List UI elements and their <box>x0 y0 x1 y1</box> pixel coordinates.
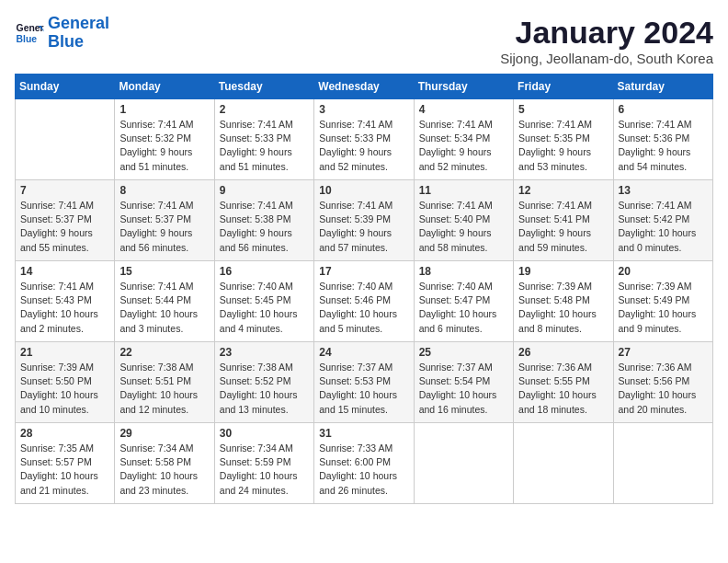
cell-content: Sunrise: 7:34 AM Sunset: 5:58 PM Dayligh… <box>119 442 209 498</box>
day-number: 6 <box>619 103 708 116</box>
cell-content: Sunrise: 7:41 AM Sunset: 5:41 PM Dayligh… <box>518 199 608 255</box>
week-row-1: 1Sunrise: 7:41 AM Sunset: 5:32 PM Daylig… <box>16 99 713 180</box>
day-number: 19 <box>518 265 608 278</box>
calendar-cell: 24Sunrise: 7:37 AM Sunset: 5:53 PM Dayli… <box>314 342 414 423</box>
calendar-cell <box>613 423 712 504</box>
cell-content: Sunrise: 7:41 AM Sunset: 5:43 PM Dayligh… <box>20 280 109 336</box>
day-number: 21 <box>20 346 109 359</box>
cell-content: Sunrise: 7:40 AM Sunset: 5:45 PM Dayligh… <box>220 280 309 336</box>
cell-content: Sunrise: 7:38 AM Sunset: 5:52 PM Dayligh… <box>220 361 309 417</box>
day-number: 5 <box>518 103 608 116</box>
page-header: General Blue General Blue January 2024 S… <box>15 15 713 66</box>
calendar-cell: 29Sunrise: 7:34 AM Sunset: 5:58 PM Dayli… <box>115 423 214 504</box>
day-number: 30 <box>220 427 309 440</box>
logo: General Blue General Blue <box>15 15 109 52</box>
svg-text:Blue: Blue <box>17 33 38 43</box>
cell-content: Sunrise: 7:41 AM Sunset: 5:38 PM Dayligh… <box>220 199 309 255</box>
day-number: 10 <box>319 184 408 197</box>
day-number: 24 <box>319 346 408 359</box>
cell-content: Sunrise: 7:35 AM Sunset: 5:57 PM Dayligh… <box>20 442 109 498</box>
day-number: 26 <box>518 346 608 359</box>
day-number: 18 <box>419 265 508 278</box>
calendar-cell: 14Sunrise: 7:41 AM Sunset: 5:43 PM Dayli… <box>16 261 115 342</box>
logo-icon: General Blue <box>15 18 44 48</box>
day-number: 29 <box>119 427 209 440</box>
cell-content: Sunrise: 7:41 AM Sunset: 5:36 PM Dayligh… <box>619 118 708 174</box>
calendar-cell <box>414 423 513 504</box>
day-number: 17 <box>319 265 408 278</box>
cell-content: Sunrise: 7:41 AM Sunset: 5:34 PM Dayligh… <box>419 118 508 174</box>
cell-content: Sunrise: 7:41 AM Sunset: 5:44 PM Dayligh… <box>119 280 209 336</box>
day-number: 3 <box>319 103 408 116</box>
header-sunday: Sunday <box>16 75 115 99</box>
week-row-2: 7Sunrise: 7:41 AM Sunset: 5:37 PM Daylig… <box>16 180 713 261</box>
calendar-cell: 18Sunrise: 7:40 AM Sunset: 5:47 PM Dayli… <box>414 261 513 342</box>
calendar-cell: 2Sunrise: 7:41 AM Sunset: 5:33 PM Daylig… <box>214 99 313 180</box>
day-number: 8 <box>119 184 209 197</box>
cell-content: Sunrise: 7:41 AM Sunset: 5:32 PM Dayligh… <box>119 118 209 174</box>
cell-content: Sunrise: 7:36 AM Sunset: 5:55 PM Dayligh… <box>518 361 608 417</box>
header-thursday: Thursday <box>414 75 513 99</box>
cell-content: Sunrise: 7:37 AM Sunset: 5:54 PM Dayligh… <box>419 361 508 417</box>
calendar-cell: 12Sunrise: 7:41 AM Sunset: 5:41 PM Dayli… <box>514 180 613 261</box>
calendar-header-row: SundayMondayTuesdayWednesdayThursdayFrid… <box>16 75 713 99</box>
calendar-cell: 25Sunrise: 7:37 AM Sunset: 5:54 PM Dayli… <box>414 342 513 423</box>
calendar-cell: 16Sunrise: 7:40 AM Sunset: 5:45 PM Dayli… <box>214 261 313 342</box>
calendar-cell: 20Sunrise: 7:39 AM Sunset: 5:49 PM Dayli… <box>613 261 712 342</box>
day-number: 14 <box>20 265 109 278</box>
cell-content: Sunrise: 7:39 AM Sunset: 5:48 PM Dayligh… <box>518 280 608 336</box>
calendar-cell: 22Sunrise: 7:38 AM Sunset: 5:51 PM Dayli… <box>115 342 214 423</box>
calendar-cell: 8Sunrise: 7:41 AM Sunset: 5:37 PM Daylig… <box>115 180 214 261</box>
calendar-cell: 27Sunrise: 7:36 AM Sunset: 5:56 PM Dayli… <box>613 342 712 423</box>
week-row-4: 21Sunrise: 7:39 AM Sunset: 5:50 PM Dayli… <box>16 342 713 423</box>
cell-content: Sunrise: 7:33 AM Sunset: 6:00 PM Dayligh… <box>319 442 408 498</box>
header-saturday: Saturday <box>613 75 712 99</box>
cell-content: Sunrise: 7:41 AM Sunset: 5:33 PM Dayligh… <box>220 118 309 174</box>
cell-content: Sunrise: 7:40 AM Sunset: 5:46 PM Dayligh… <box>319 280 408 336</box>
cell-content: Sunrise: 7:39 AM Sunset: 5:49 PM Dayligh… <box>619 280 708 336</box>
calendar-table: SundayMondayTuesdayWednesdayThursdayFrid… <box>15 74 713 504</box>
day-number: 20 <box>619 265 708 278</box>
cell-content: Sunrise: 7:40 AM Sunset: 5:47 PM Dayligh… <box>419 280 508 336</box>
svg-text:General: General <box>17 23 44 33</box>
cell-content: Sunrise: 7:41 AM Sunset: 5:42 PM Dayligh… <box>619 199 708 255</box>
day-number: 7 <box>20 184 109 197</box>
cell-content: Sunrise: 7:39 AM Sunset: 5:50 PM Dayligh… <box>20 361 109 417</box>
day-number: 9 <box>220 184 309 197</box>
day-number: 12 <box>518 184 608 197</box>
calendar-cell: 17Sunrise: 7:40 AM Sunset: 5:46 PM Dayli… <box>314 261 414 342</box>
subtitle: Sijong, Jeollanam-do, South Korea <box>500 51 713 66</box>
cell-content: Sunrise: 7:37 AM Sunset: 5:53 PM Dayligh… <box>319 361 408 417</box>
calendar-cell: 28Sunrise: 7:35 AM Sunset: 5:57 PM Dayli… <box>16 423 115 504</box>
title-block: January 2024 Sijong, Jeollanam-do, South… <box>500 15 713 66</box>
calendar-cell: 6Sunrise: 7:41 AM Sunset: 5:36 PM Daylig… <box>613 99 712 180</box>
calendar-cell: 19Sunrise: 7:39 AM Sunset: 5:48 PM Dayli… <box>514 261 613 342</box>
header-monday: Monday <box>115 75 214 99</box>
day-number: 4 <box>419 103 508 116</box>
day-number: 28 <box>20 427 109 440</box>
header-tuesday: Tuesday <box>214 75 313 99</box>
cell-content: Sunrise: 7:41 AM Sunset: 5:33 PM Dayligh… <box>319 118 408 174</box>
header-wednesday: Wednesday <box>314 75 414 99</box>
day-number: 11 <box>419 184 508 197</box>
day-number: 1 <box>119 103 209 116</box>
calendar-cell: 3Sunrise: 7:41 AM Sunset: 5:33 PM Daylig… <box>314 99 414 180</box>
cell-content: Sunrise: 7:41 AM Sunset: 5:40 PM Dayligh… <box>419 199 508 255</box>
cell-content: Sunrise: 7:41 AM Sunset: 5:39 PM Dayligh… <box>319 199 408 255</box>
calendar-cell: 10Sunrise: 7:41 AM Sunset: 5:39 PM Dayli… <box>314 180 414 261</box>
cell-content: Sunrise: 7:34 AM Sunset: 5:59 PM Dayligh… <box>220 442 309 498</box>
day-number: 27 <box>619 346 708 359</box>
day-number: 16 <box>220 265 309 278</box>
cell-content: Sunrise: 7:41 AM Sunset: 5:37 PM Dayligh… <box>20 199 109 255</box>
calendar-cell: 11Sunrise: 7:41 AM Sunset: 5:40 PM Dayli… <box>414 180 513 261</box>
day-number: 22 <box>119 346 209 359</box>
calendar-cell: 5Sunrise: 7:41 AM Sunset: 5:35 PM Daylig… <box>514 99 613 180</box>
day-number: 13 <box>619 184 708 197</box>
day-number: 2 <box>220 103 309 116</box>
calendar-cell: 1Sunrise: 7:41 AM Sunset: 5:32 PM Daylig… <box>115 99 214 180</box>
calendar-cell: 7Sunrise: 7:41 AM Sunset: 5:37 PM Daylig… <box>16 180 115 261</box>
header-friday: Friday <box>514 75 613 99</box>
month-title: January 2024 <box>500 15 713 51</box>
calendar-cell: 30Sunrise: 7:34 AM Sunset: 5:59 PM Dayli… <box>214 423 313 504</box>
cell-content: Sunrise: 7:36 AM Sunset: 5:56 PM Dayligh… <box>619 361 708 417</box>
